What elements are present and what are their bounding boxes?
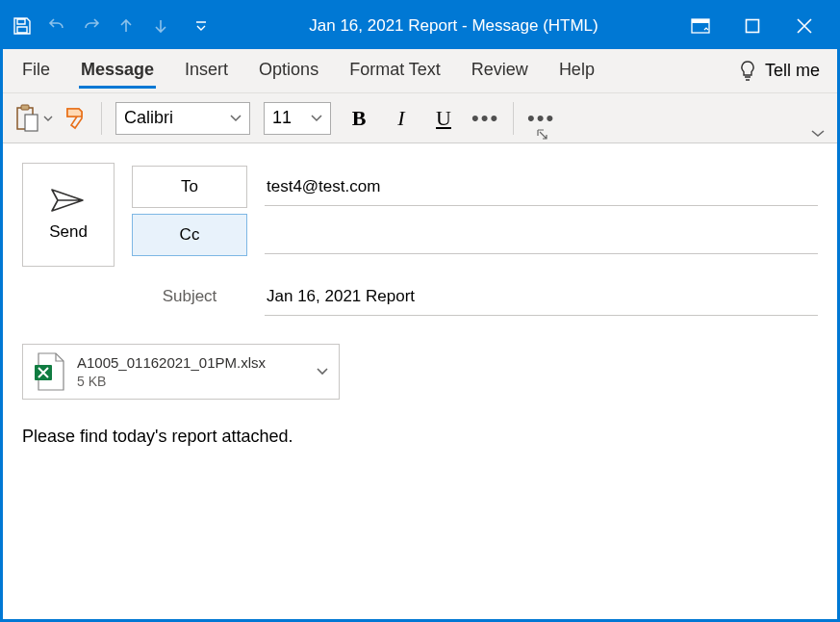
to-input[interactable] xyxy=(265,168,818,206)
font-name-value: Calibri xyxy=(124,108,173,128)
tab-file[interactable]: File xyxy=(20,54,52,89)
send-icon xyxy=(50,188,87,213)
ribbon-overflow-button[interactable]: ••• xyxy=(527,106,555,131)
tab-message[interactable]: Message xyxy=(79,54,156,89)
chevron-down-icon xyxy=(43,114,53,123)
window-title: Jan 16, 2021 Report - Message (HTML) xyxy=(220,16,687,36)
font-size-select[interactable]: 11 xyxy=(264,102,331,135)
attachment-chip[interactable]: A1005_01162021_01PM.xlsx 5 KB xyxy=(22,344,340,400)
attachment-info: A1005_01162021_01PM.xlsx 5 KB xyxy=(77,353,304,390)
bold-button[interactable]: B xyxy=(344,104,373,133)
attachments-area: A1005_01162021_01PM.xlsx 5 KB xyxy=(22,344,818,400)
next-item-icon[interactable] xyxy=(149,14,172,38)
quick-access-dropdown-icon[interactable] xyxy=(191,16,211,36)
italic-button[interactable]: I xyxy=(387,104,416,133)
cc-button[interactable]: Cc xyxy=(132,214,247,256)
dialog-launcher-icon[interactable] xyxy=(537,129,548,141)
paste-button[interactable] xyxy=(14,104,53,133)
recipient-fields: To Cc Subject xyxy=(132,163,818,321)
subject-label: Subject xyxy=(132,287,247,306)
tab-insert[interactable]: Insert xyxy=(183,54,230,89)
outlook-message-window: Jan 16, 2021 Report - Message (HTML) Fil… xyxy=(0,0,840,622)
attachment-name: A1005_01162021_01PM.xlsx xyxy=(77,353,304,373)
close-icon[interactable] xyxy=(791,13,818,39)
svg-rect-5 xyxy=(25,115,38,131)
clipboard-group xyxy=(14,104,88,133)
tab-help[interactable]: Help xyxy=(557,54,597,89)
to-row: To xyxy=(132,163,818,211)
subject-row: Subject xyxy=(132,272,818,321)
underline-button[interactable]: U xyxy=(429,104,458,133)
cc-row: Cc xyxy=(132,211,818,259)
chevron-down-icon xyxy=(311,113,322,124)
ribbon-tabs: File Message Insert Options Format Text … xyxy=(3,49,837,93)
ribbon-divider xyxy=(513,102,514,135)
compose-header: Send To Cc Subject xyxy=(22,163,818,321)
maximize-icon[interactable] xyxy=(739,13,766,39)
chevron-down-icon xyxy=(230,113,242,124)
font-name-select[interactable]: Calibri xyxy=(115,102,250,135)
font-more-button[interactable]: ••• xyxy=(471,106,499,131)
ribbon-divider xyxy=(101,102,102,135)
svg-rect-2 xyxy=(747,20,759,33)
lightbulb-icon xyxy=(738,60,757,83)
excel-file-icon xyxy=(33,351,65,392)
svg-rect-4 xyxy=(21,105,29,110)
tab-options[interactable]: Options xyxy=(257,54,320,89)
tab-review[interactable]: Review xyxy=(470,54,530,89)
attachment-dropdown-icon[interactable] xyxy=(316,365,329,378)
svg-rect-1 xyxy=(692,19,709,23)
save-icon[interactable] xyxy=(11,14,34,38)
title-bar: Jan 16, 2021 Report - Message (HTML) xyxy=(3,3,837,49)
window-controls xyxy=(687,13,829,39)
send-button[interactable]: Send xyxy=(22,163,115,267)
tell-me-label: Tell me xyxy=(765,61,820,81)
tell-me-search[interactable]: Tell me xyxy=(738,60,820,83)
undo-icon[interactable] xyxy=(45,14,68,38)
prev-item-icon[interactable] xyxy=(115,14,138,38)
ribbon-display-options-icon[interactable] xyxy=(687,13,714,39)
format-painter-button[interactable] xyxy=(63,105,88,132)
subject-input[interactable] xyxy=(265,277,818,316)
collapse-ribbon-icon[interactable] xyxy=(810,127,826,139)
cc-input[interactable] xyxy=(265,216,818,254)
font-size-value: 11 xyxy=(272,108,292,128)
message-body[interactable]: Please find today's report attached. xyxy=(22,427,818,447)
to-button[interactable]: To xyxy=(132,166,247,208)
attachment-size: 5 KB xyxy=(77,373,304,390)
tab-format-text[interactable]: Format Text xyxy=(347,54,443,89)
quick-access-toolbar xyxy=(11,14,211,38)
ribbon-toolbar: Calibri 11 B I U ••• ••• xyxy=(3,93,837,143)
compose-area: Send To Cc Subject xyxy=(3,143,837,619)
send-label: Send xyxy=(49,222,88,242)
redo-icon[interactable] xyxy=(80,14,103,38)
